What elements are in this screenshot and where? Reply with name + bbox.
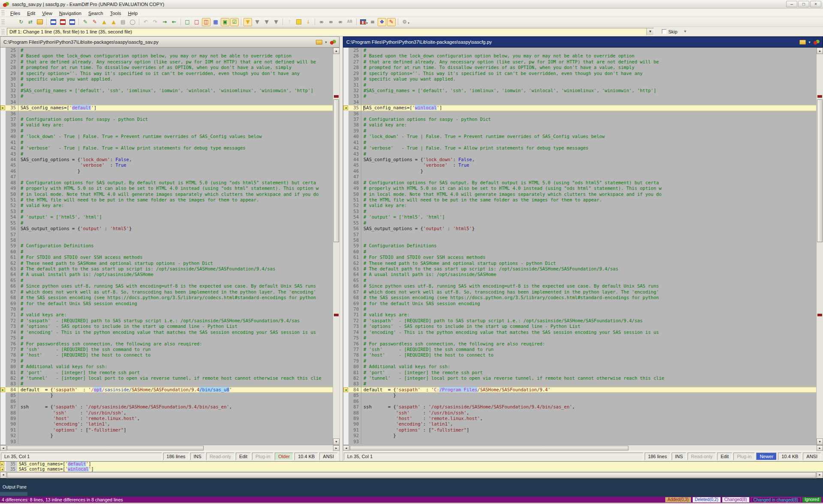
code-line[interactable]: 44SAS_config_options = {'lock_down': Fal… [0, 157, 333, 162]
code-line[interactable]: 48# Configuration options for SAS output… [343, 180, 816, 186]
code-line[interactable]: 27# that are defined already. Any necess… [0, 59, 333, 65]
recompare-first-icon[interactable]: ▲ [100, 18, 108, 26]
code-line[interactable]: 66# Since python uses utf-8, running SAS… [343, 283, 816, 289]
recompare-second-icon[interactable]: ▲ [109, 18, 118, 26]
code-line[interactable]: 67# which does not work well as utf-8. S… [0, 289, 333, 295]
code-line[interactable]: 70# [0, 306, 333, 312]
code-line[interactable]: 80# Additional valid keys for ssh: [0, 364, 333, 369]
code-line[interactable]: 45 'verbose' : True [343, 162, 816, 168]
code-line[interactable]: 93 [0, 439, 333, 444]
code-line[interactable]: 89 'host' : 'remote.linux.host', [343, 416, 816, 421]
show-differences-only-icon[interactable]: ☑ [230, 18, 239, 26]
code-line[interactable]: 41# [0, 140, 333, 145]
code-line[interactable]: 58 [343, 237, 816, 243]
refresh-icon[interactable]: ↻ [17, 18, 25, 26]
right-scroll-down-icon[interactable]: ▼ [817, 438, 823, 445]
code-line[interactable]: 38# valid key are: [343, 122, 816, 128]
open-files-icon[interactable] [36, 18, 44, 26]
code-line[interactable]: 93 [343, 439, 816, 444]
code-line[interactable]: 37# Configuration options for saspy - py… [0, 117, 333, 122]
left-hscroll-thumb[interactable] [7, 446, 204, 450]
right-scroll-left-icon[interactable]: ◄ [343, 445, 349, 451]
code-line[interactable]: 25# [0, 48, 333, 53]
left-status-edit[interactable]: Edit [236, 453, 251, 460]
code-line[interactable]: 31# [343, 82, 816, 88]
code-line[interactable]: 33# [0, 93, 333, 99]
code-line[interactable]: 37# Configuration options for saspy - py… [343, 117, 816, 122]
edit-second-file-icon[interactable]: ✎ [90, 18, 99, 26]
close-button[interactable]: × [810, 1, 821, 7]
code-line[interactable]: 85 } [343, 393, 816, 398]
edit-mode-icon[interactable]: ✎ [387, 18, 396, 26]
line-details-icon[interactable]: ≡ [368, 18, 377, 26]
code-line[interactable]: 46 } [0, 168, 333, 174]
code-line[interactable]: 71# valid keys are: [0, 312, 333, 318]
redo-icon[interactable]: ↷ [151, 18, 159, 26]
diff-list-scrollbar[interactable]: ◄ ► [0, 471, 823, 478]
current-diff-list[interactable]: ▶35SAS_config_names=['default']◀35SAS_co… [0, 461, 823, 471]
code-line[interactable]: 65# [343, 278, 816, 283]
current-change-icon[interactable] [294, 18, 303, 26]
code-line[interactable]: 34 [343, 99, 816, 105]
code-line[interactable]: 28# prompted for at run time. To dissall… [0, 65, 333, 70]
code-line[interactable]: 79# [0, 358, 333, 364]
code-line[interactable]: 77# 'ssh' - [REQUIRED] the ssh command t… [343, 347, 816, 352]
code-line[interactable]: 81# 'port' - [integer] the remote ssh po… [0, 370, 333, 375]
code-line[interactable]: ▶84default = {'saspath' : '/opt/sasinsid… [0, 387, 333, 393]
code-line[interactable]: 26# Based upon the lock_down configurati… [343, 53, 816, 59]
code-line[interactable]: 50# in local mode. Note that HTML 4.0 wi… [0, 192, 333, 197]
left-scroll-down-icon[interactable]: ▼ [333, 438, 339, 445]
compare-files-icon[interactable] [7, 18, 16, 26]
maximize-button[interactable]: □ [798, 1, 809, 7]
split-view-icon[interactable]: ▦ [211, 18, 220, 26]
code-line[interactable]: 70# [343, 306, 816, 312]
code-line[interactable]: 40# 'lock_down' - True | False. True = P… [0, 134, 333, 139]
code-line[interactable]: 36 [343, 111, 816, 117]
code-line[interactable]: 55# [0, 220, 333, 226]
code-line[interactable]: 80# Additional valid keys for ssh: [343, 364, 816, 369]
code-line[interactable]: 75# [0, 335, 333, 341]
code-line[interactable]: 81# 'port' - [integer] the remote ssh po… [343, 370, 816, 375]
code-line[interactable]: 74# 'encoding' - This is the python enco… [0, 330, 333, 335]
menu-help[interactable]: Help [124, 10, 141, 17]
code-line[interactable]: 90 'encoding': 'latin1', [0, 421, 333, 427]
code-line[interactable]: 32#SAS_config_names = ['default', 'ssh',… [343, 88, 816, 93]
second-file-header[interactable]: C:\Program Files\Python\Python37\Lib\sit… [343, 36, 823, 48]
code-line[interactable]: 53# [0, 209, 333, 214]
print-icon[interactable]: ▤ [119, 18, 127, 26]
code-line[interactable]: 36 [0, 111, 333, 117]
code-line[interactable]: 83# [343, 381, 816, 387]
options-icon[interactable]: ⚙ [400, 18, 409, 26]
code-line[interactable]: 53# [343, 209, 816, 214]
code-line[interactable]: 91 'options' : ["-fullstimer"] [0, 427, 333, 433]
code-line[interactable]: 51# the HTML file will need to be put in… [0, 197, 333, 203]
code-line[interactable]: 86 [0, 399, 333, 404]
left-code-lines[interactable]: 25#26# Based upon the lock_down configur… [0, 48, 333, 445]
code-line[interactable]: 62# These need path to SASHome and optio… [0, 261, 333, 266]
code-line[interactable]: 88 'ssh' : '/usr/bin/ssh', [343, 410, 816, 416]
code-line[interactable]: 74# 'encoding' - This is the python enco… [343, 330, 816, 335]
right-code-lines[interactable]: 25#26# Based upon the lock_down configur… [343, 48, 816, 445]
code-line[interactable]: 72# 'saspath' - [REQUIRED] path to SAS s… [0, 318, 333, 324]
code-line[interactable]: 71# valid keys are: [343, 312, 816, 318]
code-line[interactable]: 61# For STDIO and STDIO over SSH access … [0, 255, 333, 260]
code-line[interactable]: 43# [343, 151, 816, 157]
right-scroll-thumb[interactable] [817, 99, 823, 243]
right-scroll-right-icon[interactable]: ► [817, 445, 823, 451]
code-line[interactable]: 32#SAS_config_names = ['default', 'ssh',… [0, 88, 333, 93]
code-line[interactable]: 73# 'options' - SAS options to include i… [343, 324, 816, 329]
diff-selector-dropdown-icon[interactable]: ▼ [646, 28, 654, 35]
code-line[interactable]: 33# [343, 93, 816, 99]
code-line[interactable]: 56SAS_output_options = {'output' : 'html… [0, 226, 333, 231]
plugins-icon[interactable]: ❖ [378, 18, 386, 26]
code-line[interactable]: 26# Based upon the lock_down configurati… [0, 53, 333, 59]
filter-clear-icon[interactable]: ▼ [272, 18, 280, 26]
second-file-open-icon[interactable] [799, 40, 806, 45]
find-next-icon[interactable]: ∞ [327, 18, 335, 26]
code-line[interactable]: ◀84default = {'saspath' : 'C:/Program Fi… [343, 387, 816, 393]
sync-scroll-icon[interactable]: ▣ [221, 18, 229, 26]
diff-selector[interactable]: Diff 1: Change 1 line (35, first file) t… [7, 28, 654, 36]
save-all-icon[interactable] [68, 18, 76, 26]
code-line[interactable]: 65# [0, 278, 333, 283]
code-line[interactable]: 82# 'tunnel' - [integer] local port to o… [0, 375, 333, 381]
